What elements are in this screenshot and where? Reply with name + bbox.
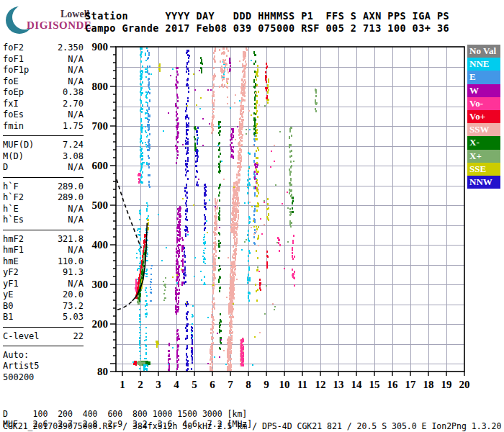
legend-item-sse: SSE bbox=[467, 163, 500, 176]
x-tick-label: 18 bbox=[423, 379, 434, 390]
x-tick-label: 13 bbox=[333, 379, 344, 390]
echo-band-vo bbox=[292, 235, 295, 287]
echo-band-ssw bbox=[227, 48, 248, 372]
legend-item-noval: No Val bbox=[467, 45, 500, 58]
y-tick-label: 400 bbox=[92, 239, 109, 251]
x-tick-label: 15 bbox=[369, 379, 380, 390]
legend-item-nne: NNE bbox=[467, 58, 500, 71]
y-tick-label: 200 bbox=[92, 318, 109, 330]
x-tick-label: 10 bbox=[279, 379, 290, 390]
echo-band-vo bbox=[258, 150, 288, 272]
y-tick-label: 500 bbox=[92, 199, 109, 211]
x-tick-label: 6 bbox=[210, 379, 215, 390]
forecast-curve bbox=[117, 179, 141, 248]
echo-band-nnw bbox=[184, 50, 190, 237]
y-tick-label: 900 bbox=[92, 41, 109, 53]
legend-item-vo+: Vo+ bbox=[467, 110, 500, 123]
legend-item-x+: X+ bbox=[467, 150, 500, 163]
echo-band-w bbox=[175, 67, 179, 164]
legend-item-nnw: NNW bbox=[467, 176, 500, 189]
x-tick-label: 9 bbox=[264, 379, 269, 390]
x-tick-label: 1 bbox=[120, 379, 125, 390]
echo-band-x bbox=[194, 126, 197, 151]
legend-item-ssw: SSW bbox=[467, 123, 500, 136]
legend-item-w: W bbox=[467, 84, 500, 97]
x-tick-label: 17 bbox=[405, 379, 417, 390]
distance-row: D 100 200 400 600 800 1000 1500 3000 [km… bbox=[3, 409, 247, 419]
y-tick-label: 80 bbox=[97, 366, 108, 377]
x-tick-label: 5 bbox=[192, 379, 197, 390]
x-tick-label: 14 bbox=[351, 379, 363, 390]
echo-band-nne bbox=[191, 305, 194, 338]
doppler-direction-legend: No ValNNEEWVo-Vo+SSWX-X+SSENNW bbox=[467, 45, 500, 189]
echo-band-w bbox=[230, 128, 234, 159]
echo-band-nnw bbox=[185, 301, 189, 372]
echo-band-w bbox=[168, 70, 238, 364]
echo-band-nne bbox=[143, 364, 148, 371]
y-tick-label: 600 bbox=[92, 160, 109, 171]
echo-band-x bbox=[163, 277, 166, 301]
x-tick-label: 4 bbox=[174, 379, 179, 390]
echo-band-nne bbox=[140, 48, 143, 184]
legend-item-e: E bbox=[467, 71, 500, 84]
echo-band-ssw bbox=[227, 336, 232, 372]
x-tick-label: 2 bbox=[138, 379, 143, 390]
echo-band-w bbox=[175, 206, 181, 315]
legend-item-x-: X- bbox=[467, 136, 500, 149]
echo-band-nne bbox=[202, 234, 206, 285]
x-tick-label: 11 bbox=[297, 379, 307, 390]
x-tick-label: 16 bbox=[387, 379, 399, 390]
echo-band-x bbox=[244, 105, 294, 315]
echo-band-x bbox=[315, 89, 318, 112]
echo-band-ssw bbox=[211, 48, 216, 134]
x-tick-label: 7 bbox=[228, 379, 233, 390]
echo-band-x bbox=[200, 57, 203, 73]
x-tick-label: 12 bbox=[315, 379, 326, 390]
echo-points bbox=[132, 48, 318, 372]
ionogram-window: Lowell DIGISONDE Station YYYY DAY DDD HH… bbox=[0, 0, 504, 432]
x-tick-label: 8 bbox=[246, 379, 251, 390]
y-tick-label: 800 bbox=[92, 81, 109, 92]
y-tick-label: 700 bbox=[92, 120, 109, 132]
echo-band-nnw bbox=[204, 184, 207, 231]
plot-axes bbox=[110, 47, 464, 376]
echo-band-x bbox=[292, 197, 294, 213]
legend-item-vo-: Vo- bbox=[467, 97, 500, 110]
echo-band-e bbox=[150, 265, 153, 302]
y-tick-label: 300 bbox=[92, 279, 109, 290]
echo-band-w bbox=[168, 343, 171, 372]
ionogram-plot: 9008007006005004003002008012345678910111… bbox=[0, 0, 504, 432]
echo-band-nnw bbox=[195, 127, 199, 186]
x-tick-label: 20 bbox=[459, 379, 470, 390]
x-tick-label: 19 bbox=[441, 379, 452, 390]
file-status-line: CGK21_2017039075000.RSF / 384fx512h 50 k… bbox=[3, 421, 501, 431]
profile-dashed-tail bbox=[117, 301, 132, 310]
echo-band-vo bbox=[277, 237, 281, 252]
x-tick-label: 3 bbox=[156, 379, 161, 390]
